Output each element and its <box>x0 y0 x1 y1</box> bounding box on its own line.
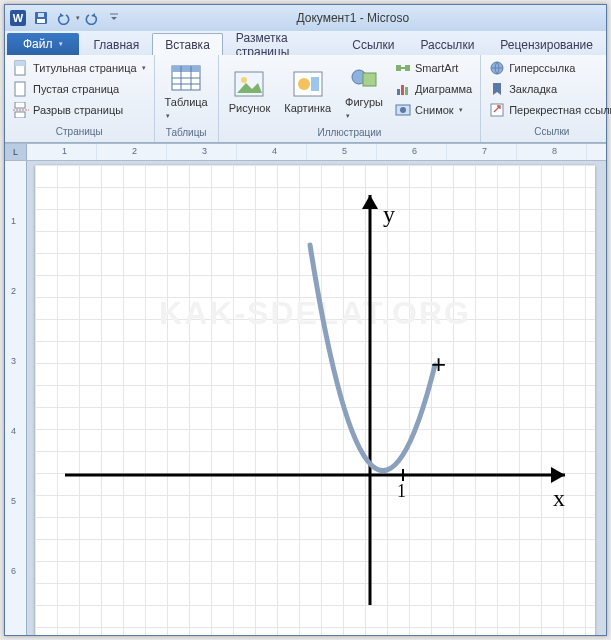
smartart-icon <box>395 60 411 76</box>
tick-1-label: 1 <box>397 481 406 502</box>
group-illustrations-label: Иллюстрации <box>219 127 480 142</box>
cover-page-button[interactable]: Титульная страница▾ <box>10 58 149 78</box>
picture-button[interactable]: Рисунок <box>224 58 276 124</box>
svg-rect-8 <box>15 82 25 96</box>
title-bar: W ▾ Документ1 - Microso <box>5 5 606 31</box>
ribbon-tabs: Файл ▾ Главная Вставка Разметка страницы… <box>5 31 606 55</box>
table-icon <box>170 62 202 94</box>
tab-file-label: Файл <box>23 37 53 51</box>
document-area: 1 2 3 4 5 6 KAK-SDELAT.ORG <box>5 161 606 635</box>
svg-rect-27 <box>401 85 404 95</box>
group-links-label: Ссылки <box>481 126 611 142</box>
h-ruler-scale[interactable]: 1 2 3 4 5 6 7 8 <box>27 144 606 160</box>
page-viewport[interactable]: KAK-SDELAT.ORG y x 1 + <box>27 161 606 635</box>
bookmark-button[interactable]: Закладка <box>486 79 611 99</box>
svg-point-21 <box>298 78 310 90</box>
dropdown-icon: ▾ <box>459 106 463 114</box>
svg-rect-7 <box>15 61 25 66</box>
svg-rect-24 <box>396 65 401 71</box>
group-tables: Таблица▾ Таблицы <box>155 55 219 142</box>
x-axis-label: x <box>553 485 565 512</box>
chart-button[interactable]: Диаграмма <box>392 79 475 99</box>
dropdown-icon: ▾ <box>346 112 350 119</box>
svg-rect-28 <box>405 87 408 95</box>
tab-file[interactable]: Файл ▾ <box>7 33 79 55</box>
chart-icon <box>395 81 411 97</box>
horizontal-ruler[interactable]: L 1 2 3 4 5 6 7 8 <box>5 143 606 161</box>
shapes-icon <box>348 62 380 94</box>
crossref-button[interactable]: Перекрестная ссылк <box>486 100 611 120</box>
insert-cursor-icon: + <box>431 349 446 380</box>
redo-button[interactable] <box>82 8 102 28</box>
tab-review[interactable]: Рецензирование <box>487 33 606 55</box>
svg-rect-13 <box>172 66 200 72</box>
tab-insert[interactable]: Вставка <box>152 33 223 55</box>
bookmark-icon <box>489 81 505 97</box>
page-break-icon <box>13 102 29 118</box>
svg-point-30 <box>400 107 406 113</box>
cover-page-icon <box>13 60 29 76</box>
y-axis-label: y <box>383 201 395 228</box>
group-illustrations: Рисунок Картинка Фигуры▾ SmartArt <box>219 55 481 142</box>
smartart-button[interactable]: SmartArt <box>392 58 475 78</box>
file-dropdown-icon: ▾ <box>59 40 63 48</box>
svg-text:W: W <box>13 12 24 24</box>
screenshot-button[interactable]: Снимок▾ <box>392 100 475 120</box>
svg-rect-23 <box>363 73 376 86</box>
clipart-icon <box>292 68 324 100</box>
svg-point-19 <box>241 77 247 83</box>
svg-rect-9 <box>15 102 25 108</box>
clipart-button[interactable]: Картинка <box>279 58 336 124</box>
vertical-ruler[interactable]: 1 2 3 4 5 6 <box>5 161 27 635</box>
dropdown-icon: ▾ <box>142 64 146 72</box>
qat-customize-button[interactable] <box>104 8 124 28</box>
word-app-icon: W <box>9 9 27 27</box>
ribbon: Титульная страница▾ Пустая страница Разр… <box>5 55 606 143</box>
group-pages: Титульная страница▾ Пустая страница Разр… <box>5 55 155 142</box>
svg-rect-4 <box>38 13 44 17</box>
document-page[interactable]: KAK-SDELAT.ORG y x 1 + <box>35 165 595 635</box>
table-button[interactable]: Таблица▾ <box>160 58 213 124</box>
shapes-button[interactable]: Фигуры▾ <box>340 58 388 124</box>
svg-rect-26 <box>397 89 400 95</box>
tab-references[interactable]: Ссылки <box>339 33 407 55</box>
tab-home[interactable]: Главная <box>81 33 153 55</box>
tab-mailings[interactable]: Рассылки <box>407 33 487 55</box>
page-break-button[interactable]: Разрыв страницы <box>10 100 149 120</box>
chart-drawing[interactable] <box>35 165 595 635</box>
window-title: Документ1 - Microso <box>296 11 409 25</box>
dropdown-icon: ▾ <box>166 112 170 119</box>
blank-page-button[interactable]: Пустая страница <box>10 79 149 99</box>
undo-button[interactable] <box>53 8 73 28</box>
hyperlink-icon <box>489 60 505 76</box>
blank-page-icon <box>13 81 29 97</box>
svg-rect-10 <box>15 112 25 118</box>
save-button[interactable] <box>31 8 51 28</box>
svg-rect-25 <box>405 65 410 71</box>
group-tables-label: Таблицы <box>155 127 218 142</box>
undo-dropdown-icon[interactable]: ▾ <box>76 14 80 22</box>
tab-page-layout[interactable]: Разметка страницы <box>223 33 339 55</box>
picture-icon <box>233 68 265 100</box>
hyperlink-button[interactable]: Гиперссылка <box>486 58 611 78</box>
crossref-icon <box>489 102 505 118</box>
screenshot-icon <box>395 102 411 118</box>
svg-rect-3 <box>37 19 45 23</box>
ruler-corner[interactable]: L <box>5 144 27 160</box>
group-pages-label: Страницы <box>5 126 154 142</box>
quick-access-toolbar: ▾ <box>31 8 124 28</box>
group-links: Гиперссылка Закладка Перекрестная ссылк … <box>481 55 611 142</box>
